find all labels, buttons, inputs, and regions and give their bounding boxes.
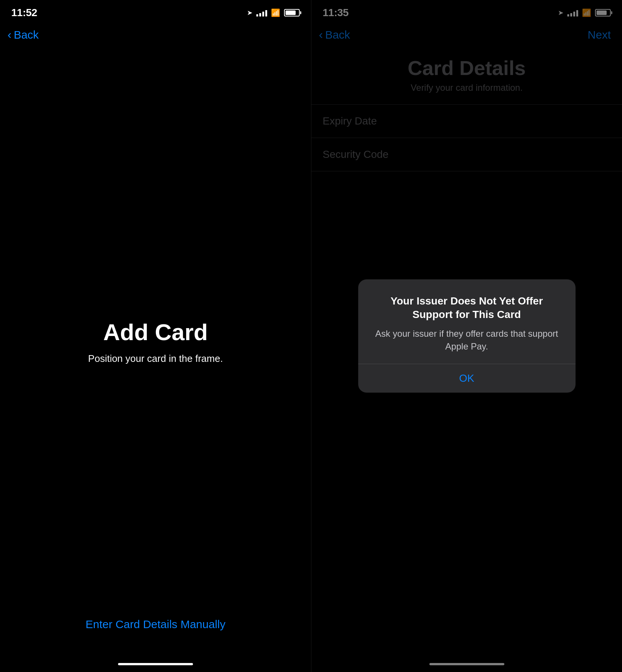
add-card-subtitle: Position your card in the frame.	[88, 353, 223, 364]
add-card-title: Add Card	[103, 319, 208, 345]
right-panel: 11:35 ➤ 📶 ‹ Back Next Card Details Verif…	[311, 0, 622, 672]
left-back-chevron-icon: ‹	[7, 28, 12, 40]
left-main-content: Add Card Position your card in the frame…	[0, 49, 311, 672]
left-location-icon: ➤	[247, 9, 253, 17]
left-panel: 11:52 ➤ 📶 ‹ Back Add Card	[0, 0, 311, 672]
left-status-bar: 11:52 ➤ 📶	[0, 0, 311, 22]
left-time: 11:52	[11, 7, 37, 19]
modal-overlay: Your Issuer Does Not Yet Offer Support f…	[311, 0, 622, 672]
enter-manually-button[interactable]: Enter Card Details Manually	[85, 618, 226, 631]
left-back-button[interactable]: ‹ Back	[7, 28, 39, 41]
left-status-icons: ➤ 📶	[247, 8, 300, 17]
left-nav-bar: ‹ Back	[0, 22, 311, 49]
left-signal-icon	[256, 9, 267, 16]
left-battery-icon	[284, 9, 300, 16]
modal-content: Your Issuer Does Not Yet Offer Support f…	[358, 279, 576, 364]
modal-box: Your Issuer Does Not Yet Offer Support f…	[358, 279, 576, 393]
left-home-indicator	[118, 663, 193, 665]
modal-body: Ask your issuer if they offer cards that…	[373, 327, 561, 352]
modal-ok-button[interactable]: OK	[358, 364, 576, 393]
left-wifi-icon: 📶	[271, 8, 280, 17]
left-back-label: Back	[14, 28, 39, 41]
modal-title: Your Issuer Does Not Yet Offer Support f…	[373, 294, 561, 322]
